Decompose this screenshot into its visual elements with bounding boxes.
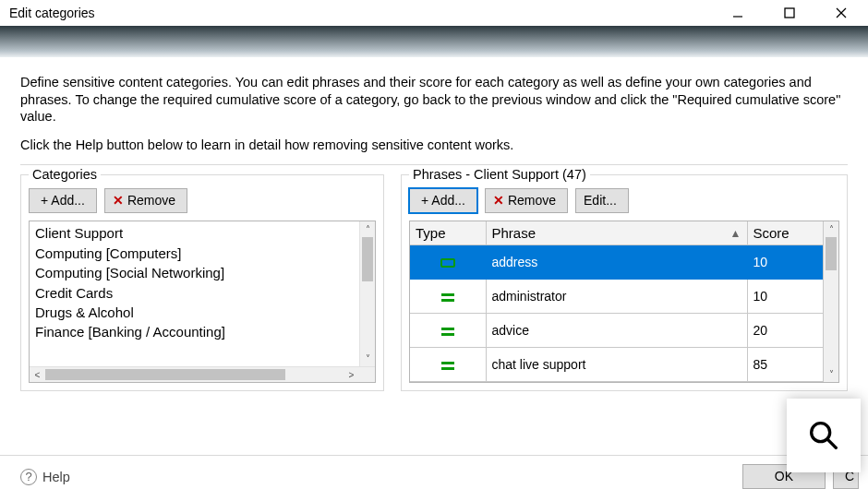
phrases-remove-button[interactable]: ✕ Remove	[485, 188, 568, 213]
scroll-right-icon[interactable]: >	[344, 367, 359, 382]
cell-score: 85	[747, 348, 823, 382]
column-score[interactable]: Score	[747, 221, 823, 245]
phrases-vertical-scrollbar[interactable]: ˄ ˅	[823, 221, 838, 382]
categories-add-label: + Add...	[41, 193, 85, 208]
categories-toolbar: + Add... ✕ Remove	[29, 188, 376, 213]
minimize-button[interactable]	[726, 1, 750, 25]
scroll-thumb[interactable]	[362, 237, 373, 281]
phrases-add-label: + Add...	[421, 193, 465, 208]
magnifier-overlay	[787, 399, 861, 472]
x-icon: ✕	[113, 194, 124, 207]
phrases-edit-label: Edit...	[584, 193, 617, 208]
scroll-corner	[359, 367, 375, 382]
help-link[interactable]: ? Help	[20, 469, 70, 485]
phrases-remove-label: Remove	[508, 193, 556, 208]
cell-phrase: address	[486, 245, 747, 280]
cell-type	[410, 245, 486, 280]
cell-type	[410, 348, 486, 382]
svg-rect-1	[785, 8, 794, 18]
column-phrase[interactable]: Phrase ▲	[486, 221, 747, 245]
scroll-down-icon[interactable]: ˅	[824, 366, 838, 382]
description-p2: Click the Help button below to learn in …	[20, 137, 848, 154]
x-icon: ✕	[493, 194, 504, 207]
table-row[interactable]: chat live support 85	[410, 348, 823, 382]
list-item[interactable]: Finance [Banking / Accounting]	[35, 322, 359, 341]
scroll-track[interactable]	[45, 367, 344, 382]
table-row[interactable]: advice 20	[410, 314, 823, 348]
help-label: Help	[42, 470, 70, 484]
list-item[interactable]: Client Support	[35, 223, 359, 243]
list-item[interactable]: Computing [Social Networking]	[35, 263, 359, 282]
titlebar: Edit categories	[0, 0, 868, 26]
window-title: Edit categories	[6, 6, 95, 20]
close-button[interactable]	[829, 1, 853, 25]
phrase-type-icon	[441, 362, 454, 370]
categories-vertical-scrollbar[interactable]: ˄ ˅	[359, 221, 375, 366]
scroll-track[interactable]	[360, 237, 375, 351]
categories-list-items: Client Support Computing [Computers] Com…	[30, 221, 359, 366]
description-text: Define sensitive content categories. You…	[20, 74, 848, 153]
categories-remove-label: Remove	[127, 193, 175, 208]
categories-groupbox: Categories + Add... ✕ Remove Client Supp…	[20, 174, 384, 391]
sort-ascending-icon: ▲	[730, 227, 741, 240]
phrases-groupbox: Phrases - Client Support (47) + Add... ✕…	[401, 174, 848, 391]
content-area: Define sensitive content categories. You…	[0, 57, 868, 391]
cell-score: 20	[747, 314, 823, 348]
cell-type	[410, 314, 486, 348]
phrase-type-icon	[441, 328, 454, 336]
cell-score: 10	[747, 245, 823, 280]
cell-type	[410, 280, 486, 314]
phrase-type-icon	[441, 293, 454, 302]
footer: ? Help OK C	[0, 455, 868, 489]
scroll-down-icon[interactable]: ˅	[360, 351, 375, 366]
list-item[interactable]: Drugs & Alcohol	[35, 303, 359, 322]
table-header-row: Type Phrase ▲ Score	[410, 221, 823, 245]
description-p1: Define sensitive content categories. You…	[20, 74, 848, 125]
cell-score: 10	[747, 280, 823, 314]
categories-legend: Categories	[29, 167, 101, 182]
list-item[interactable]: Credit Cards	[35, 283, 359, 303]
help-icon: ?	[20, 469, 37, 485]
phrases-add-button[interactable]: + Add...	[409, 188, 477, 213]
phrases-grid: Type Phrase ▲ Score address 10	[410, 221, 823, 382]
scroll-left-icon[interactable]: <	[30, 367, 45, 382]
list-item[interactable]: Computing [Computers]	[35, 244, 359, 263]
table-row[interactable]: administrator 10	[410, 280, 823, 314]
phrases-legend: Phrases - Client Support (47)	[409, 167, 590, 182]
phrase-type-icon	[440, 258, 455, 268]
table-row[interactable]: address 10	[410, 245, 823, 280]
categories-horizontal-scrollbar[interactable]: < >	[30, 366, 375, 382]
categories-listbox[interactable]: Client Support Computing [Computers] Com…	[29, 221, 376, 383]
panels: Categories + Add... ✕ Remove Client Supp…	[20, 174, 848, 391]
svg-line-5	[827, 439, 836, 447]
scroll-track[interactable]	[824, 237, 838, 366]
cell-phrase: advice	[486, 314, 747, 348]
cell-phrase: chat live support	[486, 348, 747, 382]
search-icon	[805, 417, 842, 454]
phrases-edit-button[interactable]: Edit...	[575, 188, 629, 213]
categories-remove-button[interactable]: ✕ Remove	[104, 188, 187, 213]
scroll-thumb[interactable]	[826, 237, 837, 270]
scroll-up-icon[interactable]: ˄	[824, 221, 838, 237]
cell-phrase: administrator	[486, 280, 747, 314]
scroll-thumb[interactable]	[45, 369, 285, 380]
window-controls	[726, 1, 862, 25]
maximize-button[interactable]	[778, 1, 802, 25]
phrases-toolbar: + Add... ✕ Remove Edit...	[409, 188, 839, 213]
scroll-up-icon[interactable]: ˄	[360, 221, 375, 237]
divider	[20, 164, 848, 165]
phrases-table[interactable]: Type Phrase ▲ Score address 10	[409, 221, 839, 383]
categories-list-scroll: Client Support Computing [Computers] Com…	[30, 221, 375, 366]
column-type[interactable]: Type	[410, 221, 486, 245]
column-phrase-label: Phrase	[492, 225, 536, 241]
header-band	[0, 26, 868, 57]
categories-add-button[interactable]: + Add...	[29, 188, 97, 213]
